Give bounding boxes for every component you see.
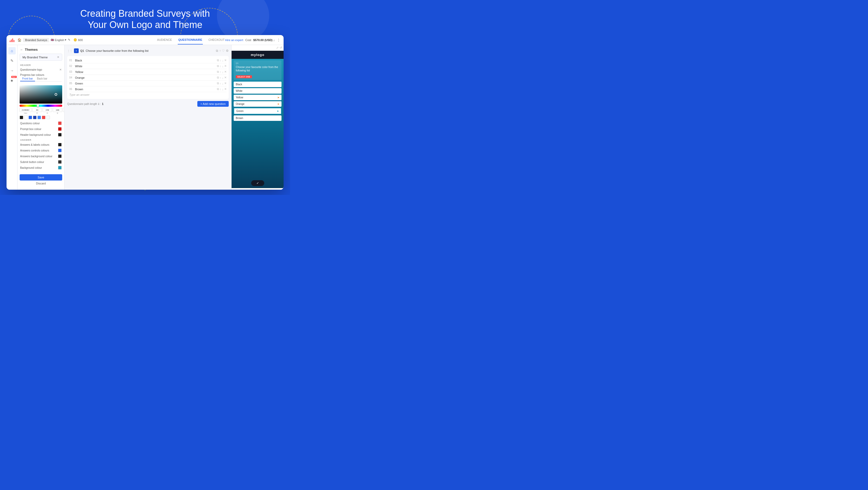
preset-near-white[interactable] xyxy=(46,116,50,119)
nav-checkout[interactable]: CHECKOUT xyxy=(208,36,225,45)
color-gradient-picker[interactable] xyxy=(20,85,62,104)
theme-name-row: My Branded Theme ✕ xyxy=(20,54,62,61)
preset-black[interactable] xyxy=(20,116,23,119)
hue-slider[interactable] xyxy=(20,105,62,107)
b-input[interactable] xyxy=(53,108,62,112)
answer-copy-icon[interactable]: ⧉ xyxy=(217,87,219,91)
answer-down-icon[interactable]: ↓ xyxy=(222,82,224,85)
move-icon[interactable]: ↑ xyxy=(219,49,221,53)
answer-copy-icon[interactable]: ⧉ xyxy=(217,82,219,85)
copy-icon[interactable]: ⧉ xyxy=(216,49,218,53)
preset-red[interactable] xyxy=(42,116,45,119)
more-options-icon[interactable]: ⋮ xyxy=(277,38,280,42)
save-discard-section: Save Discard xyxy=(18,172,64,187)
back-arrow-icon[interactable]: ← xyxy=(20,48,23,52)
answer-arrow-icon: ➤ xyxy=(277,110,279,113)
front-bar-tab[interactable]: Front bar xyxy=(20,77,35,81)
answer-copy-icon[interactable]: ⧉ xyxy=(217,59,219,62)
add-answer-row[interactable]: Type an answer xyxy=(69,92,227,97)
sidebar-edit-icon[interactable]: ✎ xyxy=(8,57,16,64)
theme-close-icon[interactable]: ✕ xyxy=(57,55,59,59)
answer-remove-icon[interactable]: ✕ xyxy=(224,82,227,85)
g-input[interactable] xyxy=(42,108,52,112)
add-question-button[interactable]: + Add new question xyxy=(197,101,229,107)
heart-icon[interactable]: ♡ xyxy=(222,49,225,53)
header-background-colour-label: Header background colour xyxy=(20,134,58,136)
preset-dark-blue[interactable] xyxy=(33,116,37,119)
theme-panel-title: Themes xyxy=(25,48,38,52)
answer-up-icon[interactable]: ↑ xyxy=(220,82,221,85)
home-icon[interactable]: 🏠 xyxy=(18,38,22,42)
nav-questionnaire[interactable]: QUESTIONNAIRE xyxy=(178,36,203,45)
list-item[interactable]: Black xyxy=(234,82,281,87)
language-selector[interactable]: 🇬🇧 English ▾ xyxy=(51,38,66,41)
preview-toolbar: ⤢ ↺ xyxy=(231,45,284,51)
list-item[interactable]: Orange ➤ xyxy=(234,101,281,107)
answer-arrow-icon: ➤ xyxy=(277,103,279,106)
preview-confirm-button[interactable]: ✓ xyxy=(251,180,264,186)
back-bar-tab[interactable]: Back bar xyxy=(35,77,50,81)
hex-input[interactable] xyxy=(20,108,32,112)
preset-white[interactable] xyxy=(24,116,28,119)
questionnaire-logo-label: Questionnaire logo xyxy=(20,68,59,71)
preset-blue[interactable] xyxy=(29,116,32,119)
preview-refresh-icon[interactable]: ↺ xyxy=(280,46,282,50)
header-background-colour-swatch[interactable] xyxy=(58,133,62,137)
background-colour-row: Background colour xyxy=(18,165,64,171)
color-values-row: Hex R G B xyxy=(20,108,62,114)
background-colour-swatch[interactable] xyxy=(58,166,62,170)
progress-bar-section: Progress bar colours Front bar Back bar xyxy=(18,73,64,85)
nav-audience[interactable]: AUDIENCE xyxy=(157,36,173,45)
answer-down-icon[interactable]: ↓ xyxy=(222,59,224,62)
answer-up-icon[interactable]: ↑ xyxy=(220,70,221,74)
questionnaire-logo-icon[interactable]: ✕ xyxy=(59,68,62,71)
answers-labels-colours-label: Answers & labels colours xyxy=(20,143,58,146)
list-item[interactable]: White xyxy=(234,88,281,94)
list-item[interactable]: Yellow ➤ xyxy=(234,95,281,100)
list-item[interactable]: Brown xyxy=(234,115,281,121)
save-button[interactable]: Save xyxy=(20,174,62,180)
answer-up-icon[interactable]: ↑ xyxy=(220,88,221,91)
r-input[interactable] xyxy=(32,108,42,112)
questionnaire-logo-row: Questionnaire logo ✕ xyxy=(18,67,64,73)
list-item[interactable]: Green ➤ xyxy=(234,108,281,114)
answers-background-colour-swatch[interactable] xyxy=(58,154,62,158)
color-gradient-cursor xyxy=(55,93,57,96)
answers-labels-colours-swatch[interactable] xyxy=(58,143,62,146)
app-logo xyxy=(10,38,14,42)
answers-controls-colours-swatch[interactable] xyxy=(58,149,62,152)
settings-icon[interactable]: ⚙ xyxy=(226,49,229,53)
answer-down-icon[interactable]: ↓ xyxy=(222,65,224,68)
answer-up-icon[interactable]: ↑ xyxy=(220,65,221,68)
answer-remove-icon[interactable]: ✕ xyxy=(224,87,227,91)
answer-copy-icon[interactable]: ⧉ xyxy=(217,76,219,79)
submit-button-colour-swatch[interactable] xyxy=(58,160,62,164)
sidebar-home-icon[interactable]: ⌂ xyxy=(8,47,16,54)
breadcrumb-survey-name[interactable]: Branded Surveys xyxy=(23,38,49,42)
answer-copy-icon[interactable]: ⧉ xyxy=(217,70,219,74)
answers-background-colour-row: Answers background colour xyxy=(18,153,64,159)
preset-light-blue[interactable] xyxy=(37,116,41,119)
hire-expert-button[interactable]: Hire an expert xyxy=(225,38,243,41)
preview-expand-icon[interactable]: ⤢ xyxy=(276,46,279,50)
answer-remove-icon[interactable]: ✕ xyxy=(224,59,227,62)
answer-remove-icon[interactable]: ✕ xyxy=(224,70,227,74)
answer-copy-icon[interactable]: ⧉ xyxy=(217,64,219,68)
answer-down-icon[interactable]: ↓ xyxy=(222,88,224,91)
questions-colour-swatch[interactable] xyxy=(58,121,62,125)
preview-logo-bar: mylogo xyxy=(231,51,284,59)
sidebar-arrow-icon[interactable]: → xyxy=(8,67,16,74)
edit-icon-group[interactable]: ✎ xyxy=(68,38,70,41)
discard-button[interactable]: Discard xyxy=(20,182,62,185)
submit-button-colour-label: Submit button colour xyxy=(20,161,58,164)
expand-icon[interactable]: ⋮⋮ xyxy=(67,50,72,52)
answer-remove-icon[interactable]: ✕ xyxy=(224,64,227,68)
prompt-box-colour-swatch[interactable] xyxy=(58,127,62,131)
preview-question-box: Q1 Choose your favourite color from the … xyxy=(234,60,281,80)
answer-remove-icon[interactable]: ✕ xyxy=(224,76,227,79)
sidebar-new-feature-icon[interactable]: ★ New! xyxy=(8,77,16,84)
answer-down-icon[interactable]: ↓ xyxy=(222,70,224,74)
answer-up-icon[interactable]: ↑ xyxy=(220,59,221,62)
answer-up-icon[interactable]: ↑ xyxy=(220,76,221,79)
answer-down-icon[interactable]: ↓ xyxy=(222,76,224,79)
